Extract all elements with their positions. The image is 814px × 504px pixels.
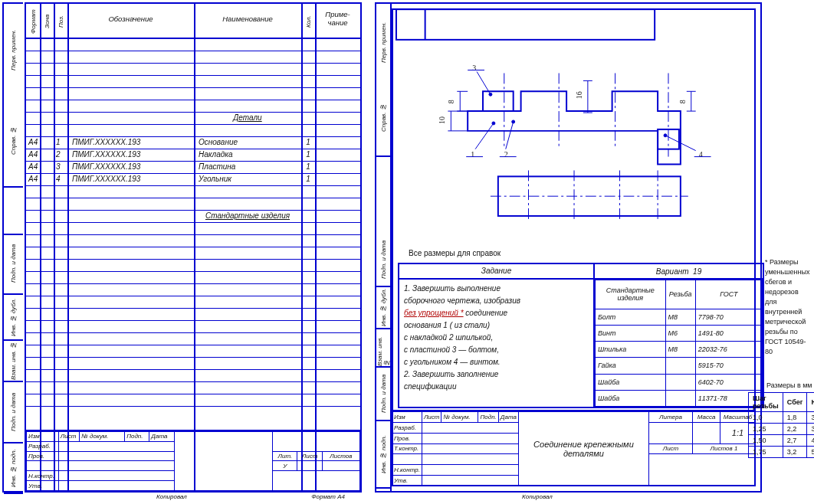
svg-line-25 xyxy=(475,123,494,149)
task-title: Задание xyxy=(399,264,593,280)
title-block-right: Изм Лист № докум. Подп. Дата Соединение … xyxy=(392,410,756,486)
hdr-name: Наименование xyxy=(194,15,301,23)
svg-point-30 xyxy=(489,93,492,96)
binding-strip-left: Перв. примен. Справ. № Подп. и дата Инв.… xyxy=(2,2,23,493)
svg-rect-0 xyxy=(396,9,655,40)
annotation-text: * Размеры уменьшенных сбегов и недорезов… xyxy=(765,257,811,357)
binding-strip-right: Перв. примен. Справ. № Подп. и дата Инв.… xyxy=(376,4,392,491)
svg-text:10: 10 xyxy=(438,116,446,124)
spec-rows: ДеталиА41ПМИГ.ХХХХХХ.193Основание1А42ПМИ… xyxy=(26,39,360,430)
task-text: 1. Завершить выполнение сборочного черте… xyxy=(399,280,593,396)
vlabel: Справ. № xyxy=(4,96,23,188)
hdr-designation: Обозначение xyxy=(67,15,194,23)
vlabel: Перв. примен. xyxy=(4,4,23,96)
vlabel: Подп. и дата xyxy=(4,382,23,443)
vlabel: Инв. № дубл. xyxy=(4,295,23,341)
svg-point-32 xyxy=(664,134,667,137)
vlabel: Подп. и дата xyxy=(4,234,23,295)
svg-line-27 xyxy=(506,122,514,149)
kopiroval: Копировал xyxy=(156,493,187,500)
format-a4: Формат А4 xyxy=(311,493,345,500)
hdr-format: Формат xyxy=(26,5,40,38)
hdr-note: Приме- чание xyxy=(315,10,360,27)
variant-row: Вариант 19 xyxy=(595,264,763,280)
svg-point-28 xyxy=(512,120,515,123)
task-block: Задание 1. Завершить выполнение сборочно… xyxy=(398,263,764,408)
title-block-left: Изм Лист № докум. Подп. Дата Разраб. Про… xyxy=(26,430,360,491)
svg-point-26 xyxy=(492,122,495,125)
hdr-qty: Кол. xyxy=(301,5,315,38)
hdr-pos: Поз. xyxy=(54,5,67,38)
gost-table: Стандартные изделия Резьба ГОСТ БолтМ877… xyxy=(595,280,763,407)
spec-header: Формат Зона Поз. Обозначение Наименовани… xyxy=(26,4,360,39)
reference-note: Все размеры для справок xyxy=(409,249,501,257)
sizes-table: Шаг резьбыСбегНедорез 1,01,83,81,252,23,… xyxy=(748,392,814,458)
svg-text:8: 8 xyxy=(678,100,687,103)
specification-sheet: Формат Зона Поз. Обозначение Наименовани… xyxy=(25,2,362,493)
vlabel: Взам. инв. № xyxy=(4,341,23,382)
svg-text:8: 8 xyxy=(447,100,455,103)
assembly-drawing: 8 10 16 8 1 2 3 4 xyxy=(392,4,760,234)
vlabel: Инв. № подп. xyxy=(4,443,23,494)
hdr-zone: Зона xyxy=(40,5,54,38)
sizes-title: Размеры в мм xyxy=(766,381,812,389)
svg-text:16: 16 xyxy=(575,91,583,99)
drawing-sheet: Перв. примен. Справ. № Подп. и дата Инв.… xyxy=(375,2,762,493)
